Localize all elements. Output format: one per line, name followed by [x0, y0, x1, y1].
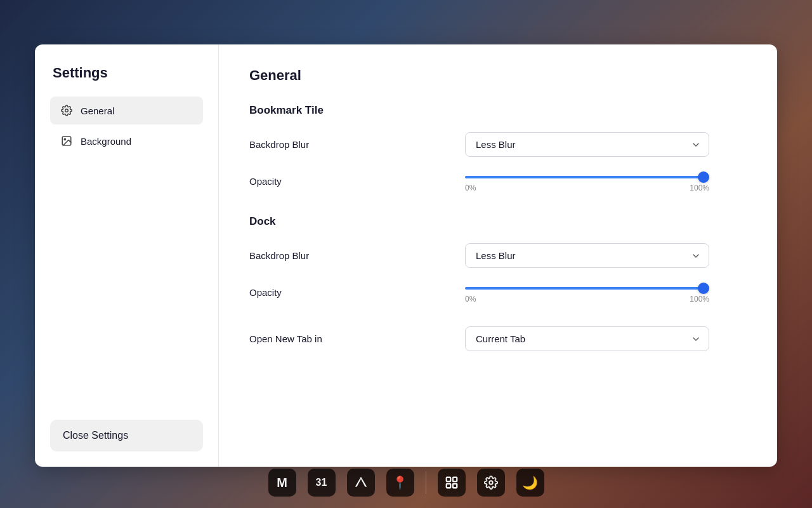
bookmark-opacity-labels: 0% 100% [465, 184, 709, 192]
bookmark-tile-title: Bookmark Tile [249, 104, 747, 117]
bookmark-backdrop-blur-row: Backdrop Blur Less Blur No Blur Medium B… [249, 132, 747, 157]
gear-icon [60, 104, 73, 117]
sidebar-item-background[interactable]: Background [50, 127, 203, 155]
dock-opacity-slider-container: 0% 100% [465, 281, 709, 304]
main-content: General Bookmark Tile Backdrop Blur Less… [219, 44, 777, 467]
dock-opacity-max-label: 100% [690, 295, 709, 304]
bookmark-opacity-slider-container: 0% 100% [465, 170, 709, 192]
sidebar: Settings General [35, 44, 219, 467]
image-icon [60, 135, 73, 147]
open-new-tab-row: Open New Tab in Current Tab New Tab New … [249, 326, 747, 351]
svg-point-7 [489, 481, 493, 485]
dock-icon-gmail[interactable]: M [268, 469, 296, 497]
bookmark-opacity-row: Opacity 0% 100% [249, 170, 747, 192]
dock-opacity-slider[interactable] [465, 287, 709, 290]
dock-icon-drive[interactable] [347, 469, 375, 497]
close-settings-button[interactable]: Close Settings [50, 420, 203, 451]
dock-icon-add-apps[interactable] [438, 469, 466, 497]
sidebar-item-general-label: General [81, 105, 114, 116]
svg-rect-6 [452, 484, 456, 488]
dock-backdrop-blur-control: Less Blur No Blur Medium Blur More Blur [465, 243, 747, 268]
bookmark-opacity-control: 0% 100% [465, 170, 747, 192]
dock-separator [426, 471, 426, 494]
bookmark-opacity-max-label: 100% [690, 184, 709, 192]
svg-point-0 [65, 109, 69, 112]
dock-opacity-label: Opacity [249, 287, 465, 298]
settings-modal: Settings General [35, 44, 777, 467]
svg-rect-3 [446, 478, 450, 481]
bookmark-backdrop-blur-select[interactable]: Less Blur No Blur Medium Blur More Blur [465, 132, 709, 157]
svg-rect-4 [452, 478, 456, 481]
section-bookmark-tile: Bookmark Tile Backdrop Blur Less Blur No… [249, 104, 747, 192]
dock-icon-maps[interactable]: 📍 [386, 469, 414, 497]
dock-icon-dark-mode[interactable]: 🌙 [516, 469, 544, 497]
dock-section-title: Dock [249, 215, 747, 228]
section-dock: Dock Backdrop Blur Less Blur No Blur Med… [249, 215, 747, 304]
bookmark-opacity-slider[interactable] [465, 176, 709, 178]
dock-opacity-min-label: 0% [465, 295, 476, 304]
sidebar-title: Settings [50, 65, 203, 81]
svg-rect-5 [446, 484, 450, 488]
dock-opacity-control: 0% 100% [465, 281, 747, 304]
dock-backdrop-blur-row: Backdrop Blur Less Blur No Blur Medium B… [249, 243, 747, 268]
dock-backdrop-blur-label: Backdrop Blur [249, 250, 465, 261]
open-new-tab-control: Current Tab New Tab New Window [465, 326, 747, 351]
open-new-tab-label: Open New Tab in [249, 333, 465, 344]
svg-point-2 [64, 138, 65, 140]
dock-opacity-labels: 0% 100% [465, 295, 709, 304]
bookmark-opacity-label: Opacity [249, 176, 465, 187]
sidebar-nav: General Background [50, 97, 203, 420]
dock-icon-settings[interactable] [477, 469, 505, 497]
bookmark-backdrop-blur-control: Less Blur No Blur Medium Blur More Blur [465, 132, 747, 157]
sidebar-item-background-label: Background [81, 136, 131, 147]
bookmark-backdrop-blur-label: Backdrop Blur [249, 139, 465, 150]
dock-backdrop-blur-select[interactable]: Less Blur No Blur Medium Blur More Blur [465, 243, 709, 268]
page-title: General [249, 67, 747, 84]
open-new-tab-select[interactable]: Current Tab New Tab New Window [465, 326, 709, 351]
dock-icon-calendar[interactable]: 31 [308, 469, 336, 497]
dock-opacity-row: Opacity 0% 100% [249, 281, 747, 304]
section-open-new-tab: Open New Tab in Current Tab New Tab New … [249, 326, 747, 351]
sidebar-item-general[interactable]: General [50, 97, 203, 124]
sidebar-footer: Close Settings [50, 420, 203, 451]
bookmark-opacity-min-label: 0% [465, 184, 476, 192]
